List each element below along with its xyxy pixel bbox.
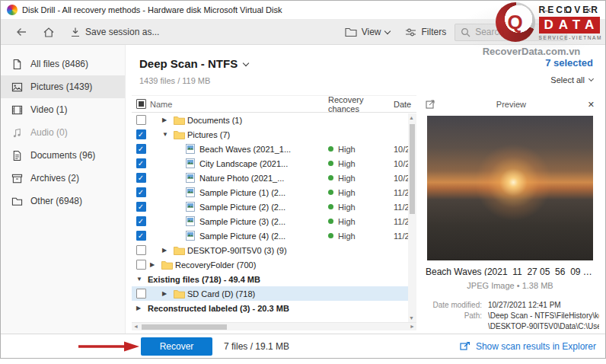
tree-section-row[interactable]: ▶Reconstructed labeled (3) - 20.3 MB bbox=[132, 301, 416, 315]
tree-row[interactable]: ▶Documents (1) bbox=[132, 113, 416, 127]
tree-row[interactable]: ▶SD Card (D) (718) bbox=[132, 286, 416, 301]
sidebar-item-other[interactable]: Other (6948) bbox=[1, 190, 125, 212]
disk-drill-logo-icon bbox=[7, 5, 18, 15]
tree-row[interactable]: ✓City Landscape (2021...High10/2 bbox=[132, 156, 416, 171]
tree-row[interactable]: ▶RecoveryFolder (700) bbox=[132, 257, 416, 272]
row-checkbox[interactable]: ✓ bbox=[136, 231, 146, 241]
high-chance-dot-icon bbox=[328, 219, 333, 224]
recovery-chance: High bbox=[328, 174, 394, 183]
show-in-explorer-label: Show scan results in Explorer bbox=[476, 341, 596, 352]
expander-icon[interactable]: ▶ bbox=[136, 305, 148, 311]
expander-icon[interactable]: ▶ bbox=[162, 247, 174, 254]
horizontal-scroll-thumb[interactable] bbox=[142, 324, 227, 330]
tree-row[interactable]: ✓Sample Picture (4) (2...High11/2 bbox=[132, 228, 416, 243]
file-name: Documents (1) bbox=[187, 116, 328, 125]
filters-button[interactable]: Filters bbox=[398, 24, 453, 40]
file-name: RecoveryFolder (700) bbox=[175, 260, 328, 270]
recovery-chance: High bbox=[328, 231, 394, 241]
tree-row[interactable]: ✓Sample Picture (1) (2...High11/2 bbox=[132, 185, 416, 200]
recovery-chance: High bbox=[328, 203, 394, 212]
column-recovery-chances[interactable]: Recovery chances bbox=[328, 95, 394, 113]
select-all-button[interactable]: Select all bbox=[550, 75, 593, 85]
preview-details: Date modified: 10/27/2021 12:41 PM Path:… bbox=[419, 301, 601, 330]
recovery-chance: High bbox=[328, 145, 394, 154]
expander-icon[interactable]: ▶ bbox=[162, 290, 174, 297]
row-checkbox[interactable]: ✓ bbox=[136, 158, 146, 168]
home-button[interactable] bbox=[36, 24, 62, 41]
row-checkbox[interactable]: ✓ bbox=[136, 173, 146, 183]
recover-button[interactable]: Recover bbox=[141, 337, 212, 356]
tree-row[interactable]: ✓Sample Picture (3) (2...High11/2 bbox=[132, 214, 416, 228]
filters-icon bbox=[405, 27, 416, 37]
sidebar-item-label: All files (8486) bbox=[30, 59, 88, 69]
tree-row[interactable]: ✓▼Pictures (7) bbox=[132, 127, 416, 142]
scroll-down-icon[interactable]: ▼ bbox=[409, 315, 414, 321]
chevron-down-icon bbox=[588, 76, 594, 81]
view-icon bbox=[345, 27, 357, 37]
file-name: Pictures (7) bbox=[187, 130, 328, 139]
back-button[interactable] bbox=[8, 24, 34, 40]
row-checkbox[interactable]: ✓ bbox=[136, 187, 146, 197]
row-checkbox[interactable] bbox=[136, 245, 146, 255]
watermark-url: RecoverData.com.vn bbox=[461, 46, 602, 57]
sidebar-item-video[interactable]: Video (1) bbox=[1, 98, 125, 121]
sidebar-item-pictures[interactable]: Pictures (1439) bbox=[1, 75, 125, 98]
row-checkbox[interactable]: ✓ bbox=[136, 202, 146, 212]
horizontal-scrollbar[interactable]: ◄ ► bbox=[132, 322, 416, 330]
image-icon bbox=[186, 231, 199, 241]
audio-icon bbox=[11, 126, 23, 139]
column-date[interactable]: Date bbox=[394, 100, 416, 109]
row-checkbox[interactable] bbox=[136, 115, 146, 125]
date-modified-value: 10/27/2021 12:41 PM bbox=[488, 301, 599, 309]
preview-close-button[interactable]: ✕ bbox=[588, 100, 595, 110]
expander-icon[interactable]: ▼ bbox=[136, 276, 148, 283]
row-checkbox[interactable] bbox=[136, 289, 146, 299]
tree-row[interactable]: ✓Nature Photo (2021_...High10/2 bbox=[132, 171, 416, 185]
scroll-up-icon[interactable]: ▲ bbox=[409, 115, 414, 120]
row-checkbox[interactable] bbox=[136, 260, 146, 270]
file-name: Beach Waves (2021_1... bbox=[199, 145, 328, 154]
vertical-scroll-thumb[interactable] bbox=[410, 124, 415, 214]
sidebar-item-label: Other (6948) bbox=[30, 196, 82, 206]
row-checkbox[interactable]: ✓ bbox=[136, 129, 146, 139]
image-icon bbox=[186, 187, 199, 197]
column-name[interactable]: Name bbox=[150, 100, 328, 109]
app-body: All files (8486)Pictures (1439)Video (1)… bbox=[1, 45, 605, 334]
preview-image bbox=[427, 116, 593, 260]
tree-row[interactable]: ✓Sample Picture (2) (2...High11/2 bbox=[132, 200, 416, 214]
sidebar-item-label: Pictures (1439) bbox=[30, 81, 92, 92]
show-in-explorer-link[interactable]: Show scan results in Explorer bbox=[460, 341, 596, 352]
folder-icon bbox=[161, 260, 175, 270]
save-session-button[interactable]: Save session as... bbox=[63, 24, 166, 40]
path-value-line2: \DESKTOP-90IT5V0\Data\C:\Users\kont... bbox=[488, 322, 599, 330]
scroll-left-icon[interactable]: ◄ bbox=[133, 324, 139, 329]
scroll-right-icon[interactable]: ► bbox=[410, 324, 415, 329]
select-all-checkbox[interactable] bbox=[136, 99, 146, 109]
table-header: Name Recovery chances Date bbox=[132, 96, 416, 113]
expander-icon[interactable]: ▶ bbox=[150, 261, 161, 268]
file-name: SD Card (D) (718) bbox=[187, 289, 328, 299]
popout-icon[interactable] bbox=[426, 100, 435, 109]
scan-title[interactable]: Deep Scan - NTFS bbox=[139, 57, 248, 70]
tree-row[interactable]: ▶DESKTOP-90IT5V0 (3) (9) bbox=[132, 243, 416, 257]
folder-icon bbox=[174, 130, 187, 139]
high-chance-dot-icon bbox=[328, 161, 333, 166]
expander-icon[interactable]: ▶ bbox=[162, 117, 174, 123]
sidebar-item-audio[interactable]: Audio (0) bbox=[1, 121, 125, 144]
tree-row[interactable]: ✓Beach Waves (2021_1...High10/2 bbox=[132, 142, 416, 156]
watermark-logo-icon: Q bbox=[496, 2, 535, 42]
sidebar-item-archives[interactable]: Archives (2) bbox=[1, 167, 125, 190]
high-chance-dot-icon bbox=[328, 204, 333, 209]
expander-icon[interactable]: ▼ bbox=[162, 131, 174, 138]
file-name: Nature Photo (2021_... bbox=[199, 174, 328, 183]
sidebar-item-all-files[interactable]: All files (8486) bbox=[1, 53, 125, 75]
sidebar-item-documents[interactable]: Documents (96) bbox=[1, 144, 125, 167]
tree-section-row[interactable]: ▼Existing files (718) - 49.4 MB bbox=[132, 272, 416, 286]
image-icon bbox=[186, 158, 199, 168]
selection-summary: 7 files / 19.1 MB bbox=[224, 341, 289, 352]
row-checkbox[interactable]: ✓ bbox=[136, 216, 146, 226]
view-button[interactable]: View bbox=[338, 24, 397, 40]
vertical-scrollbar[interactable]: ▲ ▼ bbox=[408, 113, 416, 322]
content-area: Name Recovery chances Date ▶Documents (1… bbox=[132, 95, 601, 330]
row-checkbox[interactable]: ✓ bbox=[136, 144, 146, 154]
